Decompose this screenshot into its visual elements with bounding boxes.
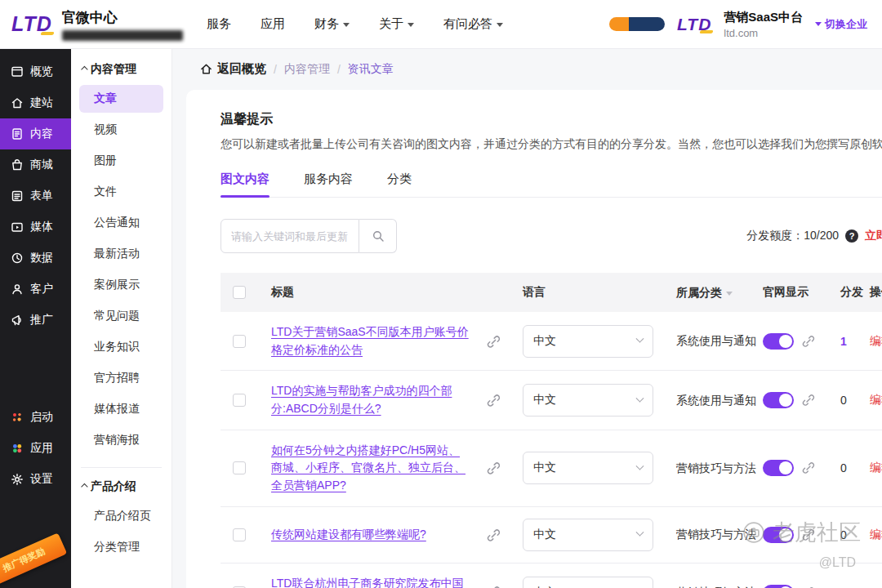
switch-company-button[interactable]: 切换企业 <box>815 17 867 32</box>
sidebar-item-settings[interactable]: 设置 <box>0 464 71 495</box>
edit-link[interactable]: 编辑 <box>870 334 882 347</box>
link-icon[interactable] <box>802 394 815 407</box>
table-row: LTD的实施与帮助客户成功的四个部分:ABCD分别是什么? 中文 系统使用与通知… <box>220 371 882 430</box>
table-header-row: 标题 语言 所属分类 官网显示 分发 操作 <box>220 273 882 312</box>
row-checkbox[interactable] <box>233 528 246 541</box>
breadcrumb-home[interactable]: 返回概览 <box>200 61 266 77</box>
link-icon[interactable] <box>487 528 501 542</box>
content-card: 温馨提示 您可以新建或者批量上传公司有关咨询的图文内容，并通过分类的方式有目的的… <box>186 90 882 588</box>
submenu-item-announcements[interactable]: 公告通知 <box>71 207 172 238</box>
certification-badge[interactable] <box>609 17 665 31</box>
display-toggle[interactable] <box>763 392 794 408</box>
sidebar-item-forms[interactable]: 表单 <box>0 180 71 212</box>
row-checkbox[interactable] <box>233 335 246 348</box>
search-input[interactable] <box>220 219 359 253</box>
row-checkbox[interactable] <box>233 394 246 407</box>
breadcrumb-current: 资讯文章 <box>348 62 394 77</box>
link-icon[interactable] <box>802 528 815 541</box>
table-row: 如何在5分钟之内搭建好PC/H5网站、商城、小程序、官微名片、独立后台、全员营销… <box>220 430 882 507</box>
sidebar-item-promotion[interactable]: 推广 <box>0 305 71 336</box>
language-select[interactable]: 中文 <box>523 384 653 416</box>
table-row: 传统网站建设都有哪些弊端呢? 中文 营销技巧与方法 0 编辑 <box>220 507 882 564</box>
link-icon[interactable] <box>487 461 501 475</box>
submenu-item-files[interactable]: 文件 <box>71 176 172 207</box>
nav-item-finance[interactable]: 财务 <box>314 16 350 32</box>
header-category[interactable]: 所属分类 <box>665 284 763 301</box>
edit-link[interactable]: 编辑 <box>870 461 882 474</box>
header-display: 官网显示 <box>763 285 840 300</box>
settings-gear-icon <box>11 473 24 486</box>
sidebar-item-content[interactable]: 内容 <box>0 118 71 149</box>
link-icon[interactable] <box>487 394 501 408</box>
sidebar-item-customers[interactable]: 客户 <box>0 274 71 305</box>
help-icon[interactable]: ? <box>845 229 858 243</box>
article-title-link[interactable]: LTD联合杭州电子商务研究院发布中国MarTech产业云图收录530家企业 <box>271 575 469 588</box>
sidebar-item-media[interactable]: 媒体 <box>0 212 71 243</box>
submenu-item-articles[interactable]: 文章 <box>79 85 163 113</box>
link-icon[interactable] <box>487 335 501 349</box>
article-title-link[interactable]: 如何在5分钟之内搭建好PC/H5网站、商城、小程序、官微名片、独立后台、全员营销… <box>271 442 469 495</box>
display-toggle[interactable] <box>763 333 794 350</box>
nav-item-about[interactable]: 关于 <box>379 16 414 32</box>
submenu-item-official-recruiting[interactable]: 官方招聘 <box>71 363 172 394</box>
sidebar-item-apps[interactable]: 应用 <box>0 433 71 464</box>
language-select[interactable]: 中文 <box>523 452 653 484</box>
sort-caret-icon <box>726 292 733 299</box>
nav-item-apps[interactable]: 应用 <box>261 16 285 32</box>
submenu-group-content-management[interactable]: 内容管理 <box>71 56 172 83</box>
platform-ltd-logo[interactable]: LTD <box>677 15 711 34</box>
submenu-item-latest-activities[interactable]: 最新活动 <box>71 238 172 270</box>
tab-service-content[interactable]: 服务内容 <box>304 172 353 187</box>
language-select[interactable]: 中文 <box>523 519 653 551</box>
submenu-item-category-management[interactable]: 分类管理 <box>71 532 172 563</box>
select-all-checkbox[interactable] <box>233 286 246 299</box>
row-checkbox[interactable] <box>233 461 246 474</box>
sidebar-item-overview[interactable]: 概览 <box>0 56 71 87</box>
promo-reward-ribbon[interactable]: 推广得奖励 <box>0 532 67 587</box>
submenu-item-business-knowledge[interactable]: 业务知识 <box>71 332 172 363</box>
nav-item-services[interactable]: 服务 <box>207 16 231 32</box>
distribute-count: 1 <box>840 335 868 348</box>
sidebar-item-site[interactable]: 建站 <box>0 87 71 118</box>
link-icon[interactable] <box>802 335 815 348</box>
site-icon <box>11 96 24 109</box>
category-label: 系统使用与通知 <box>665 392 763 409</box>
edit-link[interactable]: 编辑 <box>870 528 882 541</box>
language-select[interactable]: 中文 <box>523 325 653 358</box>
buy-now-link[interactable]: 立即购买 <box>865 229 882 243</box>
submenu-item-case-showcase[interactable]: 案例展示 <box>71 270 172 301</box>
sidebar-item-data[interactable]: 数据 <box>0 243 71 274</box>
article-title-link[interactable]: 传统网站建设都有哪些弊端呢? <box>271 526 426 544</box>
submenu-group-product-intro[interactable]: 产品介绍 <box>71 473 172 501</box>
edit-link[interactable]: 编辑 <box>870 393 882 406</box>
display-toggle[interactable] <box>763 527 794 543</box>
sidebar-item-launch[interactable]: 启动 <box>0 402 71 433</box>
ltd-logo[interactable]: LTD <box>11 12 52 36</box>
tab-categories[interactable]: 分类 <box>387 172 412 187</box>
submenu-item-videos[interactable]: 视频 <box>71 114 172 145</box>
distribute-count: 0 <box>840 528 868 541</box>
platform-domain: ltd.com <box>724 27 803 39</box>
language-select[interactable]: 中文 <box>523 577 653 588</box>
table-row: LTD联合杭州电子商务研究院发布中国MarTech产业云图收录530家企业 中文… <box>220 564 882 588</box>
toolbar: 分发额度：10/200 ? 立即购买 <box>220 219 882 253</box>
submenu-item-product-intro-page[interactable]: 产品介绍页 <box>71 501 172 532</box>
submenu-item-media-reports[interactable]: 媒体报道 <box>71 394 172 425</box>
submenu-item-marketing-posters[interactable]: 营销海报 <box>71 425 172 456</box>
article-title-link[interactable]: LTD的实施与帮助客户成功的四个部分:ABCD分别是什么? <box>271 382 469 417</box>
platform-text: 营销SaaS中台 ltd.com <box>724 10 803 39</box>
article-title-link[interactable]: LTD关于营销SaaS不同版本用户账号价格定价标准的公告 <box>271 323 469 359</box>
chevron-down-icon <box>636 335 644 343</box>
submenu-item-albums[interactable]: 图册 <box>71 145 172 176</box>
search-button[interactable] <box>359 219 397 253</box>
submenu-item-faq[interactable]: 常见问题 <box>71 301 172 332</box>
sidebar-item-mall[interactable]: 商城 <box>0 149 71 180</box>
quota-label: 分发额度：10/200 <box>746 229 839 243</box>
display-toggle[interactable] <box>763 585 794 588</box>
nav-item-qa[interactable]: 有问必答 <box>443 16 503 32</box>
display-toggle[interactable] <box>763 460 794 476</box>
breadcrumb-section[interactable]: 内容管理 <box>284 62 330 77</box>
link-icon[interactable] <box>802 461 815 474</box>
tab-image-text-content[interactable]: 图文内容 <box>220 172 270 187</box>
category-label: 营销技巧与方法 <box>665 526 763 543</box>
